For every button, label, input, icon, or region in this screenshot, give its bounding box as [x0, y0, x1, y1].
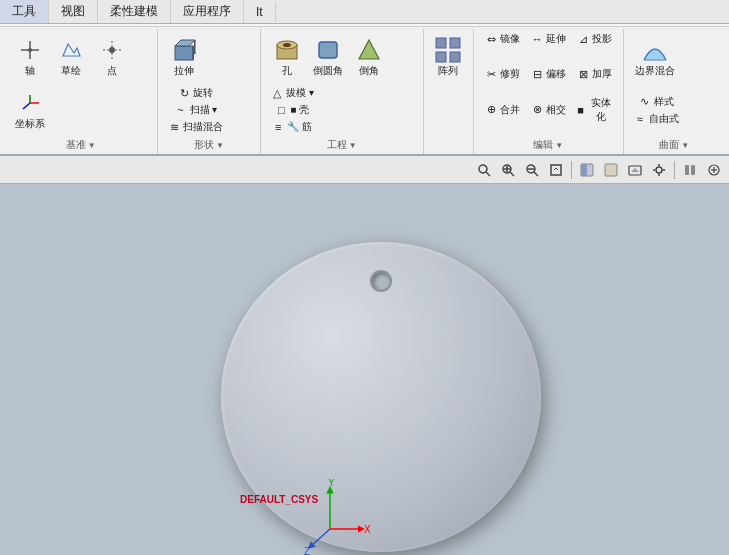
btn-axis[interactable]: 轴 — [10, 31, 50, 83]
trim-icon: ✂ — [484, 67, 498, 81]
btn-rib[interactable]: ≡ 🔧 筋 — [267, 119, 317, 135]
menu-tools[interactable]: 工具 — [0, 0, 49, 23]
btn-style[interactable]: ∿ 样式 — [630, 94, 682, 110]
svg-line-23 — [486, 172, 490, 176]
svg-point-22 — [479, 165, 487, 173]
toolbar-sep-1 — [571, 161, 572, 179]
btn-sweep-label: 扫描 ▾ — [190, 103, 218, 117]
axis-icon — [16, 36, 44, 64]
btn-zoom-window[interactable] — [473, 159, 495, 181]
mirror-icon: ⇔ — [484, 32, 498, 46]
btn-csys[interactable]: 坐标系 — [10, 84, 50, 136]
svg-point-36 — [656, 167, 662, 173]
btn-project[interactable]: ⊿ 投影 — [572, 31, 617, 47]
btn-extrude[interactable]: 拉伸 — [164, 31, 204, 83]
ribbon-group-shape-label[interactable]: 形状 ▼ — [194, 138, 224, 152]
btn-chamfer[interactable]: 倒圆角 — [308, 31, 348, 83]
merge-icon: ⊕ — [484, 103, 498, 117]
btn-shading[interactable] — [576, 159, 598, 181]
ribbon-group-array-items: 阵列 — [428, 31, 468, 139]
menu-it[interactable]: It — [244, 2, 276, 22]
btn-sketch[interactable]: 草绘 — [51, 31, 91, 83]
svg-point-2 — [28, 48, 32, 52]
viewport[interactable]: Y X Z DEFAULT_CSYS — [0, 184, 729, 555]
thicken-icon: ⊠ — [576, 67, 590, 81]
btn-extend[interactable]: ↔ 延伸 — [526, 31, 571, 47]
btn-save-img[interactable] — [624, 159, 646, 181]
rib-icon: ≡ — [271, 120, 285, 134]
freeform-icon: ≈ — [633, 112, 647, 126]
ribbon-group-shape: 拉伸 ↻ 旋转 ~ 扫描 ▾ ≋ 扫描混合 — [158, 29, 260, 154]
svg-text:Y: Y — [328, 479, 335, 488]
ribbon-group-base-label[interactable]: 基准 ▼ — [66, 138, 96, 152]
ribbon: 轴 草绘 点 — [0, 24, 729, 156]
btn-trim[interactable]: ✂ 修剪 — [480, 66, 525, 82]
svg-rect-31 — [551, 165, 561, 175]
btn-draft-angle[interactable]: 倒角 — [349, 31, 389, 83]
btn-offset[interactable]: ⊟ 偏移 — [526, 66, 571, 82]
btn-zoom-in[interactable] — [497, 159, 519, 181]
btn-revolve-label: 旋转 — [193, 86, 213, 100]
btn-rib-label: 🔧 筋 — [287, 120, 312, 134]
csys-icon — [16, 89, 44, 117]
btn-draft-angle-label: 倒角 — [359, 64, 379, 78]
btn-hole[interactable]: 孔 — [267, 31, 307, 83]
svg-line-8 — [23, 103, 30, 109]
draft-icon: △ — [270, 86, 284, 100]
btn-shell[interactable]: □ ■ 壳 — [267, 102, 317, 118]
surface-small-btns: ∿ 样式 ≈ 自由式 — [630, 94, 682, 127]
extrude-icon — [170, 36, 198, 64]
btn-zoom-fit[interactable] — [545, 159, 567, 181]
btn-revolve[interactable]: ↻ 旋转 — [164, 85, 226, 101]
btn-sweep-mix-label: 扫描混合 — [183, 120, 223, 134]
draft-angle-icon — [355, 36, 383, 64]
btn-sketch-label: 草绘 — [61, 64, 81, 78]
btn-tools2[interactable] — [703, 159, 725, 181]
btn-array[interactable]: 阵列 — [428, 31, 468, 83]
btn-solidify[interactable]: ■ 实体化 — [572, 102, 617, 118]
btn-mirror[interactable]: ⇔ 镜像 — [480, 31, 525, 47]
base-group-arrow: ▼ — [88, 141, 96, 150]
svg-text:X: X — [364, 524, 370, 535]
ribbon-group-surface: 边界混合 ∿ 样式 ≈ 自由式 曲面 ▼ — [624, 29, 725, 154]
btn-sweep-mix[interactable]: ≋ 扫描混合 — [164, 119, 226, 135]
btn-shading2[interactable] — [600, 159, 622, 181]
disc-hole — [370, 270, 392, 292]
btn-intersect[interactable]: ⊗ 相交 — [526, 102, 571, 118]
point-icon — [98, 36, 126, 64]
ribbon-group-surface-label[interactable]: 曲面 ▼ — [659, 138, 689, 152]
ribbon-group-surface-items: 边界混合 ∿ 样式 ≈ 自由式 — [630, 31, 719, 136]
btn-draft-label: 拔模 ▾ — [286, 86, 314, 100]
sweep-mix-icon: ≋ — [167, 120, 181, 134]
btn-extrude-label: 拉伸 — [174, 64, 194, 78]
menu-view[interactable]: 视图 — [49, 0, 98, 23]
offset-icon: ⊟ — [530, 67, 544, 81]
btn-boundary-blend[interactable]: 边界混合 — [630, 31, 680, 83]
ribbon-group-edit-label[interactable]: 编辑 ▼ — [533, 138, 563, 152]
btn-axis-label: 轴 — [25, 64, 35, 78]
svg-text:Z: Z — [304, 546, 310, 555]
sub-toolbar — [0, 156, 729, 184]
menu-bar: 工具 视图 柔性建模 应用程序 It — [0, 0, 729, 24]
toolbar-sep-2 — [674, 161, 675, 179]
ribbon-group-eng-items: 孔 倒圆角 倒角 △ 拔模 ▾ — [267, 31, 417, 136]
btn-display-settings[interactable] — [648, 159, 670, 181]
btn-freeform[interactable]: ≈ 自由式 — [630, 111, 682, 127]
surface-group-arrow: ▼ — [681, 141, 689, 150]
edit-group-arrow: ▼ — [555, 141, 563, 150]
btn-merge[interactable]: ⊕ 合并 — [480, 102, 525, 118]
ribbon-group-eng-label[interactable]: 工程 ▼ — [327, 138, 357, 152]
btn-tools1[interactable] — [679, 159, 701, 181]
btn-zoom-out[interactable] — [521, 159, 543, 181]
ribbon-group-base-items: 轴 草绘 点 — [10, 31, 151, 136]
menu-app[interactable]: 应用程序 — [171, 0, 244, 23]
btn-point[interactable]: 点 — [92, 31, 132, 83]
svg-rect-9 — [175, 46, 193, 60]
menu-flex-model[interactable]: 柔性建模 — [98, 0, 171, 23]
btn-sweep[interactable]: ~ 扫描 ▾ — [164, 102, 226, 118]
svg-rect-18 — [450, 38, 460, 48]
ribbon-group-engineering: 孔 倒圆角 倒角 △ 拔模 ▾ — [261, 29, 424, 154]
svg-line-30 — [534, 172, 538, 176]
btn-draft[interactable]: △ 拔模 ▾ — [267, 85, 317, 101]
btn-thicken[interactable]: ⊠ 加厚 — [572, 66, 617, 82]
